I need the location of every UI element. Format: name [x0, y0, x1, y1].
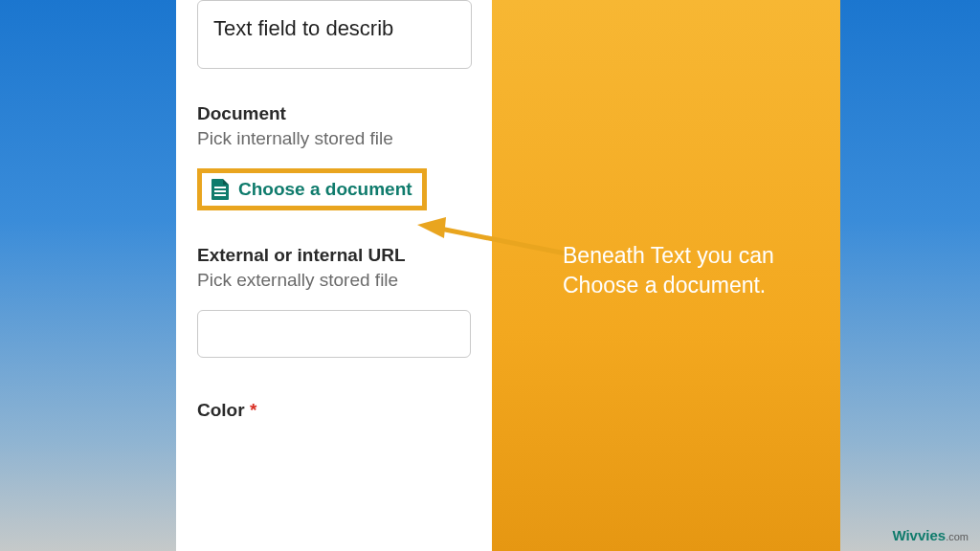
svg-marker-1 — [417, 217, 446, 238]
callout-line1: Beneath Text you can — [563, 243, 774, 268]
text-description-field[interactable]: Text field to describ — [197, 0, 472, 69]
watermark-suffix: .com — [946, 531, 969, 542]
color-label: Color * — [197, 400, 492, 421]
document-hint: Pick internally stored file — [197, 128, 492, 149]
watermark: Wivvies.com — [892, 527, 969, 543]
form-panel: Text field to describ Document Pick inte… — [176, 0, 492, 551]
url-hint: Pick externally stored file — [197, 270, 492, 291]
document-icon — [212, 179, 229, 200]
color-label-text: Color — [197, 400, 245, 420]
callout-text: Beneath Text you can Choose a document. — [563, 241, 774, 300]
callout-line2: Choose a document. — [563, 273, 766, 298]
url-input[interactable] — [197, 310, 471, 358]
required-asterisk: * — [250, 400, 256, 420]
choose-document-label: Choose a document — [238, 179, 412, 200]
document-label: Document — [197, 103, 492, 124]
choose-document-button[interactable]: Choose a document — [197, 168, 427, 210]
svg-line-0 — [440, 229, 580, 256]
watermark-brand: Wivvies — [892, 527, 946, 543]
